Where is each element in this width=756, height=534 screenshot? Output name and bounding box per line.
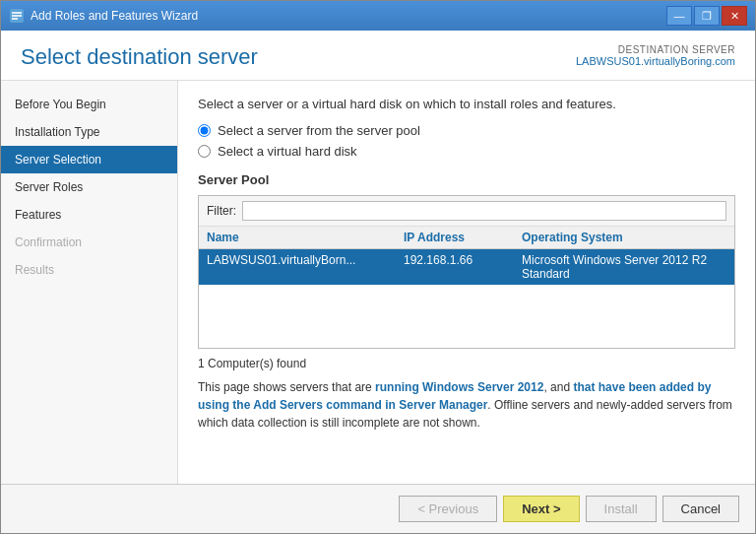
info-text: This page shows servers that are running… [198,378,735,432]
radio-vhd-label[interactable]: Select a virtual hard disk [218,144,357,159]
info-text-part1: This page shows servers that are [198,380,375,394]
radio-group: Select a server from the server pool Sel… [198,123,735,159]
server-pool-box: Filter: Name IP Address Operating System… [198,195,735,349]
radio-vhd-row: Select a virtual hard disk [198,144,735,159]
next-button[interactable]: Next > [503,496,579,522]
title-bar-left: Add Roles and Features Wizard [9,8,198,24]
sidebar-item-results: Results [1,256,177,284]
filter-input[interactable] [242,201,726,221]
wizard-icon [9,8,25,24]
close-button[interactable]: ✕ [722,6,747,26]
cancel-button[interactable]: Cancel [662,496,739,522]
cell-server-ip: 192.168.1.66 [404,253,522,281]
previous-button[interactable]: < Previous [399,496,497,522]
svg-rect-2 [12,15,22,17]
radio-vhd[interactable] [198,145,211,158]
header-section: Select destination server DESTINATION SE… [1,31,755,81]
dest-label: DESTINATION SERVER [576,44,735,55]
table-body: LABWSUS01.virtuallyBorn... 192.168.1.66 … [199,249,734,348]
footer: < Previous Next > Install Cancel [1,484,755,533]
content-area: Before You Begin Installation Type Serve… [1,81,755,484]
info-text-part2: , and [543,380,573,394]
radio-server-pool[interactable] [198,124,211,137]
sidebar-item-before-you-begin[interactable]: Before You Begin [1,91,177,118]
title-bar-buttons: — ❐ ✕ [666,6,747,26]
table-header: Name IP Address Operating System [199,227,734,249]
sidebar-item-confirmation: Confirmation [1,229,177,256]
svg-rect-1 [12,12,22,14]
restore-button[interactable]: ❐ [694,6,720,26]
sidebar: Before You Begin Installation Type Serve… [1,81,178,484]
minimize-button[interactable]: — [666,6,692,26]
found-text: 1 Computer(s) found [198,357,735,370]
dest-name: LABWSUS01.virtuallyBoring.com [576,55,735,67]
sidebar-item-installation-type[interactable]: Installation Type [1,118,177,146]
page-title: Select destination server [21,44,258,70]
server-pool-label: Server Pool [198,172,735,187]
col-header-name: Name [207,231,404,244]
col-header-ip: IP Address [404,231,522,244]
instruction-text: Select a server or a virtual hard disk o… [198,97,735,111]
filter-label: Filter: [207,204,236,218]
destination-server-info: DESTINATION SERVER LABWSUS01.virtuallyBo… [576,44,735,67]
window: Add Roles and Features Wizard — ❐ ✕ Sele… [0,0,756,534]
filter-row: Filter: [199,196,734,227]
table-row[interactable]: LABWSUS01.virtuallyBorn... 192.168.1.66 … [199,249,734,285]
sidebar-item-server-selection[interactable]: Server Selection [1,146,177,173]
sidebar-item-server-roles[interactable]: Server Roles [1,173,177,201]
install-button[interactable]: Install [586,496,657,522]
radio-server-pool-label[interactable]: Select a server from the server pool [218,123,420,138]
col-header-os: Operating System [522,231,726,244]
sidebar-item-features[interactable]: Features [1,201,177,229]
cell-server-os: Microsoft Windows Server 2012 R2 Standar… [522,253,726,281]
svg-rect-3 [12,18,18,20]
title-bar: Add Roles and Features Wizard — ❐ ✕ [1,1,755,31]
main-content: Select a server or a virtual hard disk o… [178,81,755,484]
cell-server-name: LABWSUS01.virtuallyBorn... [207,253,404,281]
info-text-highlight1: running Windows Server 2012 [375,380,543,394]
title-bar-title: Add Roles and Features Wizard [31,9,198,23]
radio-server-pool-row: Select a server from the server pool [198,123,735,138]
